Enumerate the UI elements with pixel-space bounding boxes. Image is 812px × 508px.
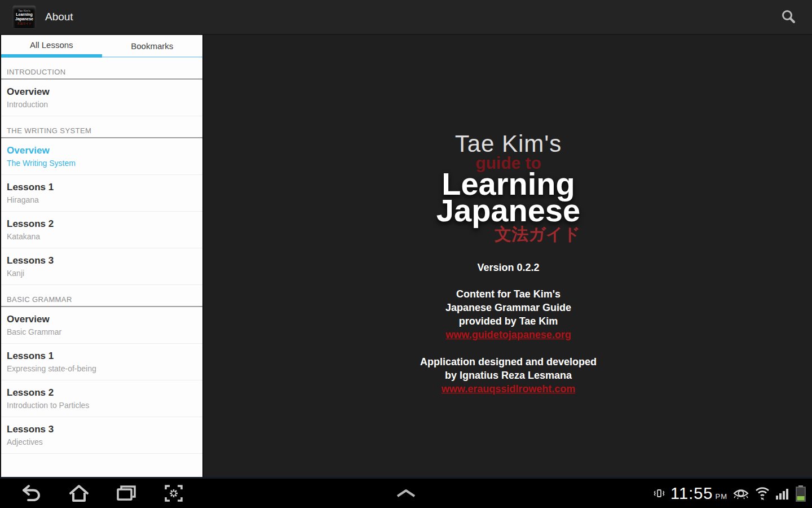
clock-ampm: PM	[716, 492, 728, 501]
page-title: About	[45, 11, 73, 23]
clock: 11:55 PM	[670, 484, 727, 503]
section-header-writing-system: THE WRITING SYSTEM	[1, 116, 202, 138]
guidetojapanese-link[interactable]: www.guidetojapanese.org	[445, 328, 571, 341]
developer-credit-line2: by Ignatius Reza Lesmana	[420, 369, 597, 382]
home-icon	[68, 484, 90, 502]
about-panel: Tae Kim's guide to Learning Japanese 文法ガ…	[205, 35, 812, 477]
lesson-item-overview-writing-system[interactable]: Overview The Writing System	[1, 138, 202, 175]
lesson-item-title: Lessons 3	[7, 255, 197, 267]
lesson-item-subtitle: Adjectives	[7, 437, 197, 448]
lesson-item-title: Overview	[7, 86, 197, 98]
lesson-item-title: Lessons 3	[7, 423, 197, 436]
android-nav-bar: 11:55 PM	[0, 477, 812, 508]
lesson-list: INTRODUCTION Overview Introduction THE W…	[1, 58, 202, 477]
content-credit-line2: Japanese Grammar Guide	[445, 301, 571, 314]
quick-panel-handle[interactable]	[383, 479, 429, 508]
lesson-item-state-of-being[interactable]: Lessons 1 Expressing state-of-being	[1, 344, 202, 380]
back-icon	[21, 484, 42, 502]
recent-apps-button[interactable]	[103, 479, 150, 508]
screenshot-button[interactable]	[150, 479, 197, 508]
tab-bookmarks-label: Bookmarks	[131, 41, 173, 51]
chevron-up-icon	[395, 488, 417, 498]
smart-stay-eye-icon	[732, 487, 749, 500]
lesson-item-katakana[interactable]: Lessons 2 Katakana	[1, 212, 202, 248]
lesson-item-subtitle: Introduction to Particles	[7, 400, 197, 411]
version-label: Version 0.2.2	[477, 262, 539, 274]
lesson-item-title: Lessons 2	[7, 218, 197, 230]
recent-apps-icon	[116, 484, 136, 502]
app-icon-text-learning: Learning	[13, 12, 36, 17]
screenshot-icon	[164, 484, 183, 502]
developer-credit-text: Application designed and developed by Ig…	[420, 355, 597, 396]
back-button[interactable]	[8, 479, 55, 508]
search-icon	[780, 8, 797, 25]
app-icon-text-japanese: Japanese	[13, 17, 36, 21]
action-bar: Tae Kim's Learning Japanese 文法ガイド About	[0, 0, 812, 35]
sidebar-tabs: All Lessons Bookmarks	[1, 35, 202, 58]
lesson-item-title: Overview	[7, 144, 197, 157]
battery-icon	[795, 485, 806, 502]
wifi-icon	[754, 486, 770, 501]
lesson-item-particles[interactable]: Lessons 2 Introduction to Particles	[1, 380, 202, 417]
app-logo-icon[interactable]: Tae Kim's Learning Japanese 文法ガイド	[12, 5, 36, 29]
lesson-item-title: Lessons 1	[7, 350, 197, 362]
lessons-sidebar: All Lessons Bookmarks INTRODUCTION Overv…	[0, 35, 204, 477]
lesson-item-hiragana[interactable]: Lessons 1 Hiragana	[1, 175, 202, 212]
search-button[interactable]	[773, 1, 804, 33]
home-button[interactable]	[55, 479, 103, 508]
lesson-item-overview-introduction[interactable]: Overview Introduction	[1, 80, 202, 116]
lesson-item-subtitle: Katakana	[7, 231, 197, 242]
developer-credit-line1: Application designed and developed	[420, 355, 597, 369]
lesson-item-subtitle: Introduction	[7, 99, 197, 110]
tab-all-lessons-label: All Lessons	[30, 40, 73, 50]
content-credit-line3: provided by Tae Kim	[445, 314, 571, 328]
lesson-item-subtitle: Kanji	[7, 268, 197, 279]
lesson-item-adjectives[interactable]: Lessons 3 Adjectives	[1, 417, 202, 454]
developer-link[interactable]: www.erauqssidlroweht.com	[420, 382, 597, 396]
tab-all-lessons[interactable]: All Lessons	[1, 35, 102, 58]
content-credit-line1: Content for Tae Kim's	[445, 287, 571, 301]
content-credit-text: Content for Tae Kim's Japanese Grammar G…	[445, 287, 571, 341]
lesson-item-title: Overview	[7, 313, 197, 326]
lesson-item-subtitle: Expressing state-of-being	[7, 364, 197, 374]
screen: Tae Kim's Learning Japanese 文法ガイド About …	[0, 0, 812, 508]
lesson-item-title: Lessons 1	[7, 181, 197, 194]
lesson-item-subtitle: The Writing System	[7, 158, 197, 169]
vibrate-icon	[653, 489, 665, 498]
signal-strength-icon	[775, 487, 790, 500]
lesson-item-subtitle: Hiragana	[7, 195, 197, 205]
clock-time: 11:55	[670, 484, 713, 503]
status-cluster[interactable]: 11:55 PM	[653, 484, 806, 503]
tab-bookmarks[interactable]: Bookmarks	[102, 35, 203, 56]
logo-kanji: 文法ガイド	[436, 225, 580, 244]
app-icon-text-kanji: 文法ガイド	[13, 21, 36, 25]
nav-left-buttons	[8, 479, 197, 508]
logo-japanese: Japanese	[436, 197, 580, 224]
section-header-basic-grammar: BASIC GRAMMAR	[1, 285, 202, 307]
section-header-introduction: INTRODUCTION	[1, 58, 202, 80]
lesson-item-subtitle: Basic Grammar	[7, 327, 197, 338]
app-logo: Tae Kim's guide to Learning Japanese 文法ガ…	[436, 131, 580, 244]
lesson-item-title: Lessons 2	[7, 387, 197, 399]
lesson-item-kanji[interactable]: Lessons 3 Kanji	[1, 248, 202, 285]
lesson-item-overview-basic-grammar[interactable]: Overview Basic Grammar	[1, 307, 202, 344]
